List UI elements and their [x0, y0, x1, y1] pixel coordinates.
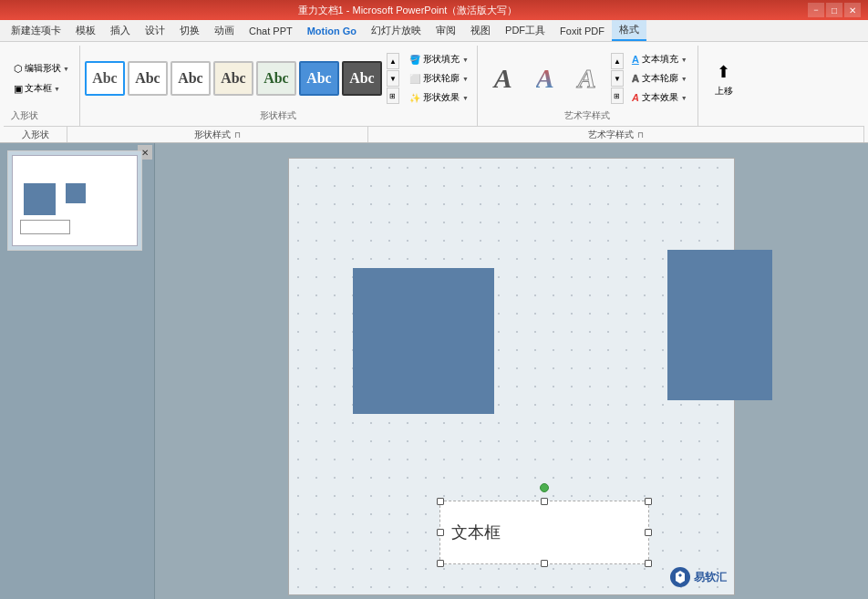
- shape-style-btn-3[interactable]: Abc: [170, 61, 211, 96]
- menu-chat-ppt[interactable]: Chat PPT: [242, 20, 300, 41]
- canvas-area: 文本框 易软汇: [155, 143, 868, 599]
- shape-effect-icon: ✨: [409, 93, 420, 103]
- thumbnail-rect-large: [24, 183, 56, 215]
- shape-outline-dropdown: ▼: [462, 76, 469, 82]
- text-outline-dropdown: ▼: [681, 76, 687, 82]
- move-up-button[interactable]: ⬆ 上移: [704, 60, 744, 97]
- textbox-label: 文本框: [25, 82, 52, 95]
- watermark: 易软汇: [670, 567, 727, 587]
- text-effect-button[interactable]: A 文本效果 ▼: [627, 89, 692, 107]
- menu-foxit-pdf[interactable]: Foxit PDF: [553, 20, 612, 41]
- shape-styles-scroll-down[interactable]: ▼: [387, 70, 399, 87]
- shape-styles-scroll-up[interactable]: ▲: [387, 53, 399, 69]
- art-text-section: 艺术字样式 ⊓: [368, 127, 864, 142]
- ribbon-bottom-labels: 入形状 形状样式 ⊓ 艺术字样式 ⊓: [4, 126, 864, 142]
- watermark-logo: [670, 567, 690, 587]
- menu-design[interactable]: 设计: [138, 20, 172, 41]
- watermark-text: 易软汇: [694, 570, 727, 585]
- shape-style-btn-7[interactable]: Abc: [342, 61, 382, 96]
- canvas-rect-main[interactable]: [353, 268, 494, 414]
- text-effect-dropdown: ▼: [681, 95, 687, 101]
- shape-fill-dropdown: ▼: [462, 57, 469, 63]
- handle-top-right[interactable]: [645, 498, 652, 505]
- shape-style-btn-6[interactable]: Abc: [299, 61, 339, 96]
- menu-template[interactable]: 模板: [68, 20, 103, 41]
- shape-style-btn-4[interactable]: Abc: [213, 61, 253, 96]
- text-outline-button[interactable]: A 文本轮廓 ▼: [627, 70, 692, 88]
- title-bar-text: 重力文档1 - Microsoft PowerPoint（激活版大写）: [7, 4, 808, 17]
- textbox-content: 文本框: [451, 522, 501, 543]
- text-fill-dropdown: ▼: [681, 57, 687, 63]
- art-text-expand-icon[interactable]: ⊓: [637, 130, 644, 139]
- art-text-scroll-down[interactable]: ▼: [611, 70, 624, 87]
- text-effect-icon: A: [632, 92, 639, 103]
- shape-effect-dropdown: ▼: [462, 95, 469, 101]
- thumbnail-rect-small: [66, 183, 86, 203]
- shape-styles-label: 形状样式: [260, 109, 296, 122]
- art-text-btn-2[interactable]: A: [525, 58, 565, 98]
- menu-new-tab[interactable]: 新建连项卡: [4, 20, 68, 41]
- handle-mid-left[interactable]: [437, 529, 444, 536]
- insert-shape-group-label: 入形状: [11, 109, 38, 122]
- edit-shape-button[interactable]: ⬡ 编辑形状 ▼: [9, 59, 74, 77]
- menu-review[interactable]: 审阅: [429, 20, 463, 41]
- menu-format[interactable]: 格式: [612, 20, 646, 41]
- title-bar-controls: － □ ✕: [808, 3, 861, 17]
- art-text-label: 艺术字样式: [564, 109, 610, 122]
- menu-motion-go[interactable]: Motion Go: [300, 20, 364, 41]
- shape-style-btn-1[interactable]: Abc: [85, 61, 125, 96]
- text-outline-icon: A: [632, 73, 639, 84]
- dropdown-icon: ▼: [63, 66, 69, 72]
- handle-bottom-mid[interactable]: [541, 560, 548, 567]
- art-text-btn-1[interactable]: A: [483, 58, 523, 98]
- ribbon: ⬡ 编辑形状 ▼ ▣ 文本框 ▼ 入形状 Abc Abc: [0, 42, 868, 143]
- handle-top-left[interactable]: [437, 498, 444, 505]
- thumbnail-border: [12, 155, 138, 246]
- thumbnail-textbox: [20, 220, 70, 234]
- menu-animation[interactable]: 动画: [207, 20, 242, 41]
- handle-bottom-left[interactable]: [437, 560, 444, 567]
- main-area: ✕ 文本框: [0, 143, 868, 599]
- menu-insert[interactable]: 插入: [103, 20, 138, 41]
- minimize-button[interactable]: －: [808, 3, 824, 17]
- move-up-icon: ⬆: [717, 62, 730, 82]
- shape-outline-button[interactable]: ⬜ 形状轮廓 ▼: [405, 70, 473, 88]
- textbox-selected[interactable]: 文本框: [439, 501, 649, 564]
- text-fill-button[interactable]: A 文本填充 ▼: [627, 51, 692, 68]
- rotate-handle[interactable]: [540, 483, 549, 492]
- textbox-button[interactable]: ▣ 文本框 ▼: [9, 79, 74, 98]
- title-bar: 重力文档1 - Microsoft PowerPoint（激活版大写） － □ …: [0, 0, 868, 20]
- watermark-icon: [672, 569, 688, 585]
- art-text-expand[interactable]: ⊞: [611, 88, 624, 104]
- art-text-scroll-up[interactable]: ▲: [611, 53, 624, 69]
- close-icon: ✕: [141, 148, 149, 158]
- art-text-btn-3[interactable]: A: [567, 58, 607, 98]
- edit-shape-label: 编辑形状: [25, 62, 61, 75]
- menu-slideshow[interactable]: 幻灯片放映: [364, 20, 429, 41]
- handle-bottom-right[interactable]: [645, 560, 652, 567]
- menu-pdf-tools[interactable]: PDF工具: [498, 20, 553, 41]
- shape-styles-section: 形状样式 ⊓: [67, 127, 368, 142]
- shape-fill-icon: 🪣: [409, 55, 420, 65]
- menu-view[interactable]: 视图: [463, 20, 498, 41]
- menu-bar: 新建连项卡 模板 插入 设计 切换 动画 Chat PPT Motion Go …: [0, 20, 868, 42]
- handle-mid-right[interactable]: [645, 529, 652, 536]
- canvas-rect-right[interactable]: [667, 250, 772, 400]
- shape-styles-expand[interactable]: ⊞: [387, 88, 399, 104]
- textbox-dropdown-icon: ▼: [54, 86, 60, 92]
- slide-panel: ✕: [0, 143, 155, 599]
- shape-style-btn-5[interactable]: Abc: [256, 61, 296, 96]
- maximize-button[interactable]: □: [826, 3, 842, 17]
- shape-effect-button[interactable]: ✨ 形状效果 ▼: [405, 89, 473, 107]
- textbox-icon: ▣: [14, 83, 23, 95]
- shape-style-btn-2[interactable]: Abc: [128, 61, 168, 96]
- menu-transition[interactable]: 切换: [172, 20, 207, 41]
- shape-fill-button[interactable]: 🪣 形状填充 ▼: [405, 51, 473, 68]
- text-fill-icon: A: [632, 54, 639, 65]
- handle-top-mid[interactable]: [541, 498, 548, 505]
- slide-thumbnail[interactable]: [7, 150, 142, 251]
- close-button[interactable]: ✕: [844, 3, 861, 17]
- edit-shape-icon: ⬡: [14, 63, 23, 75]
- slide-canvas[interactable]: 文本框 易软汇: [288, 158, 735, 595]
- shape-styles-expand-icon[interactable]: ⊓: [234, 130, 241, 139]
